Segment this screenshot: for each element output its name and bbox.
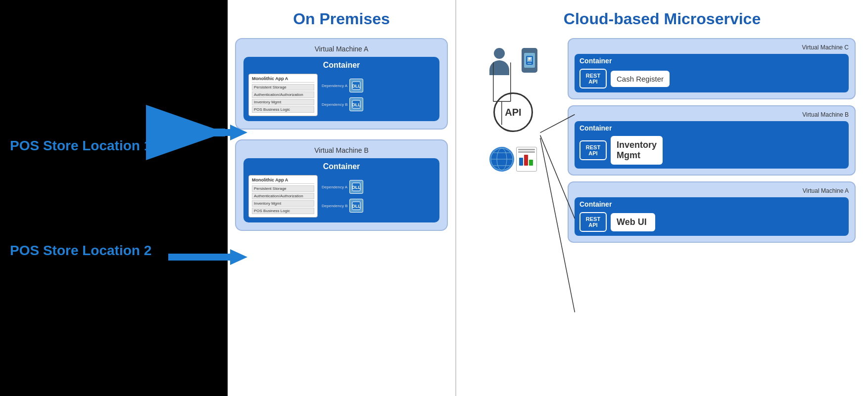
svg-text:📊: 📊 xyxy=(528,57,531,61)
dep-a-label: Dependency A xyxy=(322,84,347,88)
pos-location-2-label: POS Store Location 2 xyxy=(10,243,228,259)
cloud-vm-b-box: Virtual Machine B Container RESTAPI Inve… xyxy=(568,105,856,176)
api-column: 📊 API xyxy=(469,38,558,375)
mono-app-a-title: Monolithic App A xyxy=(252,76,314,83)
rest-api-c-box: RESTAPI xyxy=(579,69,607,88)
api-label: API xyxy=(505,107,521,118)
dep-b2-a-item: Dependency A DLL xyxy=(322,180,363,194)
mono-b-row-3: Inventory Mgmt xyxy=(252,200,314,207)
cloud-container-c-header: Container RESTAPI Cash Register xyxy=(579,57,670,88)
cloud-vm-a-title: Virtual Machine A xyxy=(575,187,849,194)
svg-text:DLL: DLL xyxy=(352,102,361,107)
vm-a-title: Virtual Machine A xyxy=(243,45,439,53)
vm-b-box: Virtual Machine B Container Monolithic A… xyxy=(235,139,448,231)
cloud-container-a-title: Container xyxy=(579,200,612,208)
cloud-container-b-title: Container xyxy=(579,124,612,132)
inventory-mgmt-box: InventoryMgmt xyxy=(611,136,663,165)
dep-b2-b-item: Dependency B DLL xyxy=(322,199,363,213)
container-a-box: Container Monolithic App A Persistent St… xyxy=(243,57,439,121)
mono-app-b-title: Monolithic App A xyxy=(252,177,314,184)
mono-b-row-4: POS Business Logic xyxy=(252,208,314,214)
mono-app-a: Monolithic App A Persistent Storage Auth… xyxy=(248,74,318,116)
external-resource xyxy=(489,147,537,172)
web-ui-box: Web UI xyxy=(611,213,655,231)
cloud-container-b-box: Container RESTAPI InventoryMgmt xyxy=(575,121,849,169)
cash-register-label: Cash Register xyxy=(617,75,664,83)
dep-a-item: Dependency A DLL xyxy=(322,79,363,92)
dep-b2-a-icon: DLL xyxy=(349,180,363,194)
dep-b-item: Dependency B DLL xyxy=(322,97,363,111)
dep-a-icon: DLL xyxy=(349,79,363,92)
dep-b2-a-label: Dependency A xyxy=(322,185,347,189)
cloud-vm-c-box: Virtual Machine C Container RESTAPI Cash… xyxy=(568,38,856,99)
svg-text:DLL: DLL xyxy=(352,185,361,190)
vm-b-title: Virtual Machine B xyxy=(243,146,439,154)
deps-b-col: Dependency A DLL Dependency B DLL xyxy=(322,175,363,213)
mono-row-3: Inventory Mgmt xyxy=(252,99,314,105)
deps-a-col: Dependency A DLL Dependency B DLL xyxy=(322,74,363,111)
on-premises-title: On Premises xyxy=(293,10,390,28)
container-a-inner: Monolithic App A Persistent Storage Auth… xyxy=(248,74,434,116)
container-b-title: Container xyxy=(248,162,434,171)
cash-register-box: Cash Register xyxy=(611,71,670,87)
dep-b2-b-icon: DLL xyxy=(349,199,363,213)
mono-row-4: POS Business Logic xyxy=(252,106,314,113)
api-circle: API xyxy=(493,92,533,132)
person-icon xyxy=(489,48,509,75)
svg-rect-10 xyxy=(528,63,531,64)
on-premises-section: On Premises Virtual Machine A Container … xyxy=(228,0,455,396)
phone-icon: 📊 xyxy=(522,48,537,73)
cloud-container-c-title: Container xyxy=(579,57,612,65)
cloud-vm-b-title: Virtual Machine B xyxy=(575,111,849,118)
report-icon xyxy=(516,147,537,172)
mono-row-1: Persistent Storage xyxy=(252,84,314,90)
main-container: POS Store Location 1 POS Store Location … xyxy=(0,0,868,396)
mono-row-2: Authentication/Authorization xyxy=(252,91,314,98)
container-b-inner: Monolithic App A Persistent Storage Auth… xyxy=(248,175,434,218)
vms-column: Virtual Machine C Container RESTAPI Cash… xyxy=(568,38,856,375)
left-section: POS Store Location 1 POS Store Location … xyxy=(0,0,228,396)
web-ui-label: Web UI xyxy=(617,217,647,227)
mono-b-row-2: Authentication/Authorization xyxy=(252,193,314,199)
dep-b2-b-label: Dependency B xyxy=(322,204,347,208)
person-head xyxy=(494,48,505,59)
cloud-section: Cloud-based Microservice xyxy=(456,0,868,396)
dep-b-icon: DLL xyxy=(349,97,363,111)
mono-b-row-1: Persistent Storage xyxy=(252,185,314,192)
vm-a-box: Virtual Machine A Container Monolithic A… xyxy=(235,38,448,130)
cloud-title: Cloud-based Microservice xyxy=(469,10,856,28)
cloud-vm-c-title: Virtual Machine C xyxy=(575,44,849,51)
cloud-container-a-header: Container RESTAPI Web UI xyxy=(579,200,655,232)
top-icons-row: 📊 xyxy=(489,48,537,75)
phone-screen: 📊 xyxy=(524,53,535,68)
cloud-content: 📊 API xyxy=(469,38,856,375)
rest-api-a-box: RESTAPI xyxy=(579,212,607,232)
globe-icon xyxy=(489,147,514,172)
container-b-box: Container Monolithic App A Persistent St… xyxy=(243,158,439,222)
svg-text:DLL: DLL xyxy=(352,204,361,209)
inventory-mgmt-label: InventoryMgmt xyxy=(617,140,657,160)
pos-location-1-label: POS Store Location 1 xyxy=(10,138,228,154)
cloud-container-c-box: Container RESTAPI Cash Register xyxy=(575,54,849,92)
container-a-title: Container xyxy=(248,61,434,70)
cloud-container-a-box: Container RESTAPI Web UI xyxy=(575,197,849,236)
mono-app-b: Monolithic App A Persistent Storage Auth… xyxy=(248,175,318,218)
dep-b-label: Dependency B xyxy=(322,102,347,107)
cloud-container-b-header: Container RESTAPI InventoryMgmt xyxy=(579,124,663,165)
rest-api-b-box: RESTAPI xyxy=(579,140,607,160)
cloud-vm-a-box: Virtual Machine A Container RESTAPI Web … xyxy=(568,181,856,243)
svg-text:DLL: DLL xyxy=(352,84,361,88)
person-body xyxy=(489,60,509,75)
